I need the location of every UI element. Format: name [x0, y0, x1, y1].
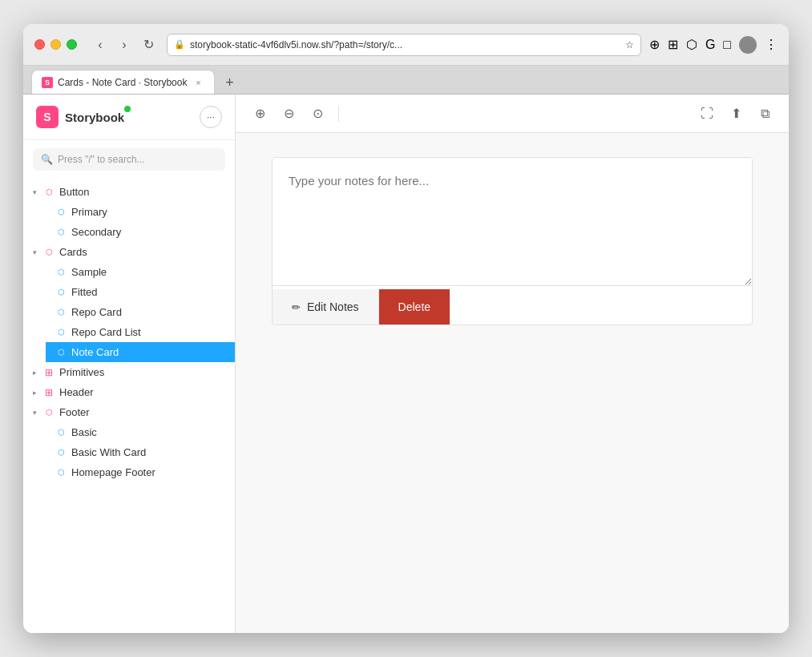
- content-main: ✏ Edit Notes Delete: [236, 133, 789, 633]
- storybook-logo: S: [36, 106, 59, 128]
- sidebar-item-basic[interactable]: ⬡ Basic: [46, 422, 235, 442]
- forward-button[interactable]: ›: [114, 34, 135, 55]
- content-toolbar: ⊕ ⊖ ⊙ ⛶ ⬆ ⧉: [236, 95, 789, 133]
- tree-section-button[interactable]: ▾ ⬡ Button: [23, 182, 235, 202]
- copy-button[interactable]: ⧉: [753, 103, 776, 125]
- story-icon: ⬡: [55, 267, 67, 278]
- main-area: S Storybook ··· 🔍 Press "/" to search...…: [23, 95, 789, 633]
- maximize-button[interactable]: [67, 39, 77, 50]
- profile-icon[interactable]: [739, 36, 757, 54]
- zoom-in-button[interactable]: ⊕: [248, 103, 271, 125]
- sidebar-item-repo-card[interactable]: ⬡ Repo Card: [46, 302, 235, 322]
- tree-section-primitives[interactable]: ▸ ⊞ Primitives: [23, 362, 235, 382]
- search-bar[interactable]: 🔍 Press "/" to search...: [33, 148, 225, 171]
- sidebar-item-sample[interactable]: ⬡ Sample: [46, 262, 235, 282]
- story-icon: ⬡: [55, 447, 67, 458]
- nav-tree: ▾ ⬡ Button ⬡ Primary ⬡ Secondary: [23, 179, 235, 486]
- zoom-out-button[interactable]: ⊖: [277, 103, 300, 125]
- chevron-down-icon: ▾: [33, 188, 37, 196]
- story-icon: ⬡: [55, 467, 67, 478]
- sidebar: S Storybook ··· 🔍 Press "/" to search...…: [23, 95, 236, 633]
- tab-favicon: S: [42, 77, 53, 88]
- share-button[interactable]: ⬆: [725, 103, 747, 125]
- tab-close-button[interactable]: ×: [192, 76, 204, 89]
- extension-icon-1[interactable]: ⊕: [649, 37, 660, 52]
- extension-icon-3[interactable]: ⬡: [686, 37, 697, 52]
- reset-zoom-button[interactable]: ⊙: [306, 103, 329, 125]
- item-label: Secondary: [71, 226, 121, 238]
- minimize-button[interactable]: [50, 39, 61, 50]
- section-label: Button: [59, 186, 90, 198]
- chevron-right-icon: ▸: [33, 389, 37, 397]
- pencil-icon: ✏: [292, 301, 301, 313]
- note-actions: ✏ Edit Notes Delete: [273, 289, 752, 324]
- sidebar-item-homepage-footer[interactable]: ⬡ Homepage Footer: [46, 462, 235, 482]
- section-label: Header: [59, 386, 94, 398]
- active-tab[interactable]: S Cards - Note Card · Storybook ×: [31, 70, 215, 94]
- item-label: Fitted: [71, 286, 98, 298]
- sidebar-item-primary[interactable]: ⬡ Primary: [46, 202, 235, 222]
- address-bar[interactable]: 🔒 storybook-static-4vf6dlv5i.now.sh/?pat…: [167, 34, 641, 56]
- delete-button[interactable]: Delete: [379, 289, 450, 324]
- group-icon: ⊞: [43, 367, 55, 378]
- reload-button[interactable]: ↻: [138, 34, 159, 55]
- story-icon: ⬡: [55, 227, 67, 238]
- footer-children: ⬡ Basic ⬡ Basic With Card ⬡ Homepage Foo…: [23, 422, 235, 482]
- close-button[interactable]: [34, 39, 45, 50]
- edit-notes-button[interactable]: ✏ Edit Notes: [273, 289, 379, 324]
- url-text: storybook-static-4vf6dlv5i.now.sh/?path=…: [190, 39, 620, 50]
- extension-icon-5[interactable]: □: [723, 38, 731, 52]
- sidebar-title: Storybook: [65, 111, 124, 124]
- note-card-component: ✏ Edit Notes Delete: [272, 157, 753, 325]
- tab-label: Cards - Note Card · Storybook: [58, 77, 187, 88]
- component-icon: ⬡: [43, 187, 55, 198]
- section-label: Primitives: [59, 366, 104, 378]
- sidebar-item-basic-with-card[interactable]: ⬡ Basic With Card: [46, 442, 235, 462]
- tree-section-footer[interactable]: ▾ ⬡ Footer: [23, 402, 235, 422]
- item-label: Note Card: [71, 346, 119, 358]
- component-icon: ⬡: [43, 407, 55, 418]
- search-placeholder: Press "/" to search...: [58, 154, 145, 165]
- extension-icon-4[interactable]: G: [705, 38, 715, 52]
- button-children: ⬡ Primary ⬡ Secondary: [23, 202, 235, 242]
- fullscreen-button[interactable]: ⛶: [696, 103, 718, 125]
- sidebar-header: S Storybook ···: [23, 95, 235, 140]
- toolbar-right: ⛶ ⬆ ⧉: [696, 103, 776, 125]
- section-label: Footer: [59, 406, 90, 418]
- search-icon: 🔍: [41, 154, 53, 165]
- titlebar: ‹ › ↻ 🔒 storybook-static-4vf6dlv5i.now.s…: [23, 24, 789, 66]
- group-icon: ⊞: [43, 387, 55, 398]
- traffic-lights: [34, 39, 77, 50]
- browser-window: ‹ › ↻ 🔒 storybook-static-4vf6dlv5i.now.s…: [23, 24, 789, 633]
- story-icon: ⬡: [55, 347, 67, 358]
- sidebar-item-note-card[interactable]: ⬡ Note Card: [46, 342, 235, 362]
- new-tab-button[interactable]: +: [218, 71, 240, 94]
- sidebar-item-fitted[interactable]: ⬡ Fitted: [46, 282, 235, 302]
- online-indicator: [124, 106, 131, 112]
- extension-icon-2[interactable]: ⊞: [668, 37, 678, 52]
- content-area: ⊕ ⊖ ⊙ ⛶ ⬆ ⧉ ✏ Edit Notes: [236, 95, 789, 633]
- back-button[interactable]: ‹: [90, 34, 111, 55]
- bookmark-icon[interactable]: ☆: [625, 39, 634, 50]
- item-label: Basic With Card: [71, 446, 146, 458]
- item-label: Basic: [71, 426, 97, 438]
- sidebar-item-repo-card-list[interactable]: ⬡ Repo Card List: [46, 322, 235, 342]
- story-icon: ⬡: [55, 287, 67, 298]
- component-icon: ⬡: [43, 247, 55, 258]
- tree-section-header[interactable]: ▸ ⊞ Header: [23, 382, 235, 402]
- story-icon: ⬡: [55, 207, 67, 218]
- item-label: Sample: [71, 266, 107, 278]
- tab-bar: S Cards - Note Card · Storybook × +: [23, 66, 789, 95]
- note-textarea[interactable]: [273, 158, 752, 286]
- lock-icon: 🔒: [174, 39, 185, 50]
- edit-notes-label: Edit Notes: [307, 300, 359, 313]
- sidebar-more-button[interactable]: ···: [200, 106, 222, 128]
- sidebar-item-secondary[interactable]: ⬡ Secondary: [46, 222, 235, 242]
- menu-icon[interactable]: ⋮: [765, 37, 778, 52]
- tree-section-cards[interactable]: ▾ ⬡ Cards: [23, 242, 235, 262]
- chevron-down-icon: ▾: [33, 248, 37, 256]
- nav-buttons: ‹ › ↻: [90, 34, 159, 55]
- cards-children: ⬡ Sample ⬡ Fitted ⬡ Repo Card ⬡ Repo Car…: [23, 262, 235, 362]
- item-label: Primary: [71, 206, 107, 218]
- story-icon: ⬡: [55, 307, 67, 318]
